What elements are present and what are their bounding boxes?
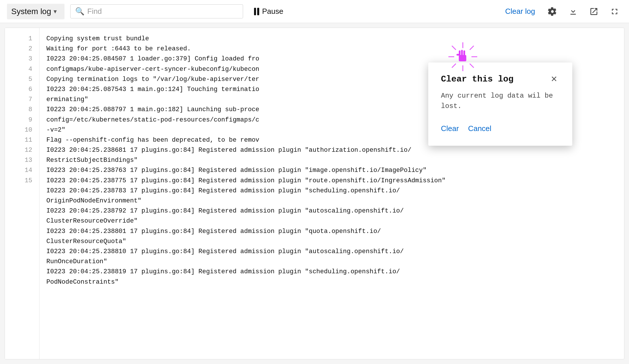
dialog-body: Any current log data wil be lost. xyxy=(441,91,560,111)
dialog-clear-button[interactable]: Clear xyxy=(441,122,459,135)
dialog-header: Clear this log ✕ xyxy=(441,74,560,84)
pause-button[interactable]: Pause xyxy=(249,4,289,19)
dialog-title: Clear this log xyxy=(441,74,514,84)
search-icon: 🔍 xyxy=(75,7,84,16)
pause-icon xyxy=(254,8,259,15)
pause-label: Pause xyxy=(262,7,283,16)
download-button[interactable] xyxy=(566,4,581,19)
search-input[interactable] xyxy=(87,7,238,16)
toolbar: System log ▾ 🔍 Pause Clear log xyxy=(0,0,629,23)
chevron-down-icon: ▾ xyxy=(54,8,57,15)
search-container: 🔍 xyxy=(70,4,243,18)
dialog-cancel-button[interactable]: Cancel xyxy=(468,122,491,135)
fullscreen-icon xyxy=(610,7,619,16)
log-selector-label: System log xyxy=(11,7,51,16)
download-icon xyxy=(569,7,578,16)
dialog-overlay: Clear this log ✕ Any current log data wi… xyxy=(5,28,624,359)
gear-icon xyxy=(548,7,557,16)
clear-log-dialog: Clear this log ✕ Any current log data wi… xyxy=(428,62,572,146)
dialog-close-button[interactable]: ✕ xyxy=(548,74,560,84)
log-area: 123456789101112131415 Copying system tru… xyxy=(5,28,624,359)
pause-bar-left xyxy=(254,8,256,15)
log-selector-dropdown[interactable]: System log ▾ xyxy=(7,4,65,19)
settings-button[interactable] xyxy=(545,4,560,19)
dialog-actions: Clear Cancel xyxy=(441,122,560,135)
export-icon xyxy=(589,7,598,16)
export-button[interactable] xyxy=(586,4,601,19)
clear-log-button[interactable]: Clear log xyxy=(501,4,539,19)
fullscreen-button[interactable] xyxy=(607,4,622,19)
pause-bar-right xyxy=(257,8,259,15)
